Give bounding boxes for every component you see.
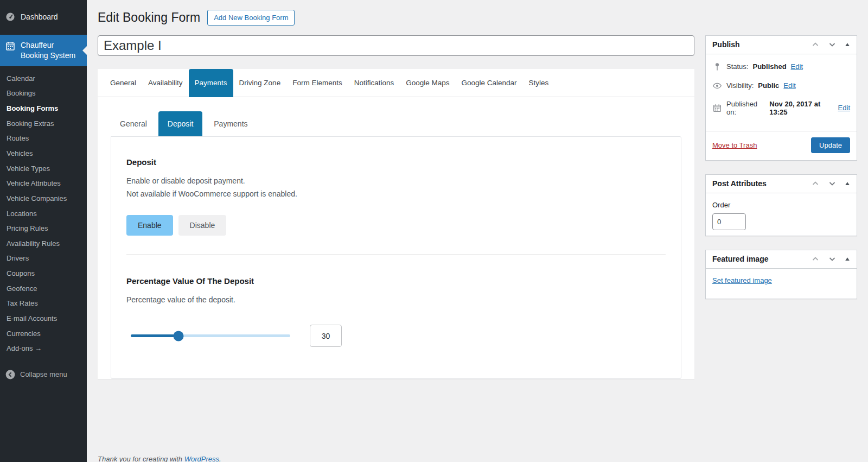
tab-availability[interactable]: Availability: [142, 69, 189, 97]
move-up-icon[interactable]: [811, 40, 820, 49]
update-button[interactable]: Update: [811, 137, 850, 153]
sidebar-item-calendar[interactable]: Calendar: [0, 71, 87, 86]
tab-payments[interactable]: Payments: [189, 69, 233, 97]
published-on-label: Published on:: [726, 100, 765, 116]
visibility-label: Visibility:: [726, 81, 754, 90]
subtab-payments[interactable]: Payments: [205, 111, 257, 136]
sidebar-item-vehicle-types[interactable]: Vehicle Types: [0, 161, 87, 176]
published-on-value: Nov 20, 2017 at 13:25: [769, 100, 833, 116]
deposit-heading: Deposit: [126, 157, 666, 167]
percentage-slider-row: [126, 325, 666, 347]
tab-styles[interactable]: Styles: [523, 69, 555, 97]
post-title-input[interactable]: [98, 35, 694, 56]
move-down-icon[interactable]: [828, 255, 837, 263]
percentage-value-input[interactable]: [310, 325, 342, 347]
slider-fill: [131, 334, 178, 337]
percentage-desc: Percentage value of the deposit.: [126, 293, 666, 307]
section-divider: [126, 254, 666, 255]
published-on-edit-link[interactable]: Edit: [838, 104, 850, 112]
deposit-desc-line1: Enable or disable deposit payment.: [126, 174, 666, 188]
sidebar-submenu: Calendar Bookings Booking Forms Booking …: [0, 66, 87, 356]
status-edit-link[interactable]: Edit: [791, 62, 803, 71]
percentage-heading: Percentage Value Of The Deposit: [126, 276, 666, 286]
sidebar-item-geofence[interactable]: Geofence: [0, 281, 87, 296]
wordpress-link[interactable]: WordPress: [184, 455, 219, 462]
sidebar-dashboard-label: Dashboard: [21, 12, 58, 21]
slider-handle[interactable]: [174, 331, 184, 341]
set-featured-image-link[interactable]: Set featured image: [712, 276, 772, 284]
pin-icon: [712, 62, 722, 72]
featured-image-header[interactable]: Featured image: [706, 250, 857, 269]
publish-panel-title: Publish: [712, 40, 740, 49]
footer-thanks-text: Thank you for creating with: [98, 455, 184, 462]
collapse-arrow-icon: [5, 369, 16, 380]
status-row: Status: Published Edit: [712, 62, 850, 72]
sidebar-item-booking-forms[interactable]: Booking Forms: [0, 101, 87, 116]
tab-driving-zone[interactable]: Driving Zone: [233, 69, 287, 97]
publish-panel-header[interactable]: Publish: [706, 36, 857, 54]
order-input[interactable]: [712, 213, 746, 230]
sidebar-item-currencies[interactable]: Currencies: [0, 326, 87, 341]
settings-tabs: General Availability Payments Driving Zo…: [98, 69, 694, 97]
subtab-general[interactable]: General: [111, 111, 156, 136]
visibility-value: Public: [758, 81, 779, 90]
sidebar-item-vehicle-attributes[interactable]: Vehicle Attributes: [0, 176, 87, 191]
tab-google-calendar[interactable]: Google Calendar: [456, 69, 523, 97]
status-value: Published: [752, 62, 786, 71]
sidebar-item-vehicle-companies[interactable]: Vehicle Companies: [0, 191, 87, 206]
move-down-icon[interactable]: [828, 40, 837, 49]
sidebar-item-coupons[interactable]: Coupons: [0, 266, 87, 281]
deposit-enable-button[interactable]: Enable: [126, 215, 173, 236]
calendar-icon: [712, 103, 722, 113]
sidebar-item-tax-rates[interactable]: Tax Rates: [0, 296, 87, 311]
collapse-menu-button[interactable]: Collapse menu: [0, 365, 87, 384]
move-down-icon[interactable]: [828, 179, 837, 188]
sidebar-item-booking-extras[interactable]: Booking Extras: [0, 116, 87, 131]
tab-notifications[interactable]: Notifications: [348, 69, 400, 97]
payments-subtabs: General Deposit Payments: [98, 97, 694, 136]
sidebar-item-vehicles[interactable]: Vehicles: [0, 146, 87, 161]
tab-general[interactable]: General: [104, 69, 142, 97]
sidebar-item-availability-rules[interactable]: Availability Rules: [0, 236, 87, 251]
footer-suffix: .: [219, 455, 221, 462]
tab-google-maps[interactable]: Google Maps: [400, 69, 455, 97]
toggle-panel-icon[interactable]: [845, 181, 850, 186]
sidebar-item-dashboard[interactable]: Dashboard: [0, 7, 87, 27]
calendar-icon: [5, 41, 16, 52]
dashboard-gauge-icon: [5, 11, 16, 22]
sidebar-item-chauffeur-booking-system[interactable]: Chauffeur Booking System: [0, 35, 87, 66]
sidebar-item-add-ons[interactable]: Add-ons →: [0, 341, 87, 356]
sidebar-item-locations[interactable]: Locations: [0, 206, 87, 221]
toggle-panel-icon[interactable]: [845, 256, 850, 262]
visibility-edit-link[interactable]: Edit: [783, 81, 795, 90]
sidebar-item-pricing-rules[interactable]: Pricing Rules: [0, 221, 87, 236]
admin-sidebar: Dashboard Chauffeur Booking System Calen…: [0, 0, 87, 462]
move-up-icon[interactable]: [811, 255, 820, 263]
post-attributes-title: Post Attributes: [712, 179, 767, 188]
eye-icon: [712, 81, 722, 91]
admin-footer: Thank you for creating with WordPress.: [98, 455, 857, 462]
publish-panel: Publish: [705, 35, 857, 161]
percentage-slider[interactable]: [131, 334, 290, 337]
sidebar-item-routes[interactable]: Routes: [0, 131, 87, 146]
deposit-settings-card: Deposit Enable or disable deposit paymen…: [111, 136, 681, 379]
order-label: Order: [712, 201, 850, 209]
post-attributes-header[interactable]: Post Attributes: [706, 175, 857, 193]
sidebar-plugin-label: Chauffeur Booking System: [21, 40, 79, 61]
move-up-icon[interactable]: [811, 179, 820, 188]
sidebar-item-drivers[interactable]: Drivers: [0, 251, 87, 266]
tab-form-elements[interactable]: Form Elements: [286, 69, 348, 97]
sidebar-item-email-accounts[interactable]: E-mail Accounts: [0, 311, 87, 326]
page-title: Edit Booking Form: [98, 10, 200, 26]
toggle-panel-icon[interactable]: [845, 42, 850, 47]
post-attributes-panel: Post Attributes Order: [705, 174, 857, 236]
subtab-deposit[interactable]: Deposit: [158, 111, 202, 136]
visibility-row: Visibility: Public Edit: [712, 81, 850, 91]
deposit-desc-line2: Not available if WooCommerce support is …: [126, 187, 666, 201]
page-header: Edit Booking Form Add New Booking Form: [98, 0, 857, 26]
move-to-trash-link[interactable]: Move to Trash: [712, 141, 757, 149]
status-label: Status:: [726, 62, 748, 71]
add-new-booking-form-button[interactable]: Add New Booking Form: [207, 10, 295, 26]
sidebar-item-bookings[interactable]: Bookings: [0, 86, 87, 101]
deposit-disable-button[interactable]: Disable: [178, 215, 227, 236]
